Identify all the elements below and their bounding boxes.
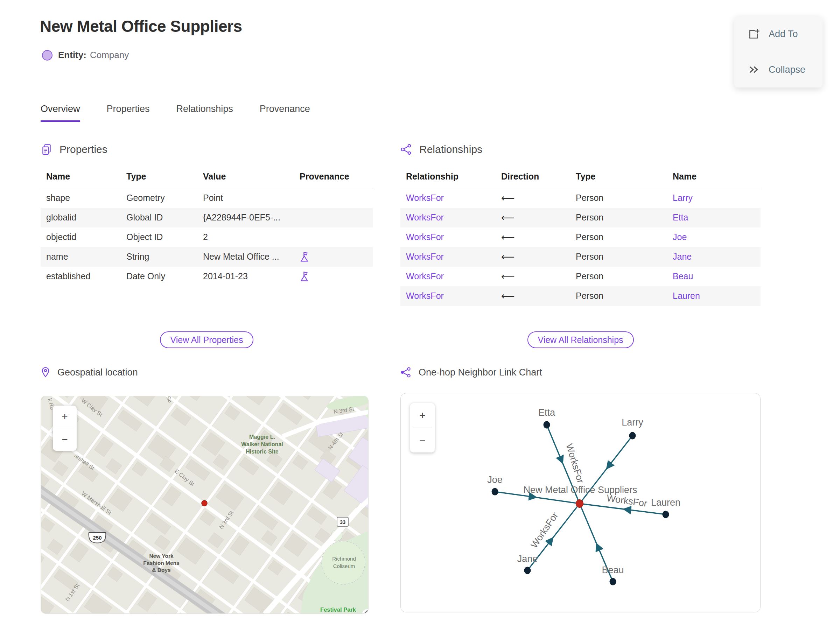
link-chart[interactable]: WorksFor WorksFor WorksFor Etta Larry	[400, 393, 760, 612]
col-header-relationship: Relationship	[400, 167, 496, 188]
route-shield-250: 250	[89, 532, 106, 543]
svg-text:Maggie L.: Maggie L.	[249, 434, 275, 440]
link-chart-section: One-hop Neighbor Link Chart	[400, 367, 760, 615]
svg-text:Coliseum: Coliseum	[333, 563, 355, 569]
svg-text:Beau: Beau	[601, 565, 624, 575]
relationships-section-header: Relationships	[400, 143, 760, 155]
relationship-link[interactable]: WorksFor	[400, 267, 496, 286]
direction-arrow: ⟵	[496, 188, 570, 208]
table-row: established Date Only 2014-01-23	[41, 267, 373, 286]
map[interactable]: 250 33 k Rd W Clay St Sa arshall St W Ma…	[41, 396, 369, 614]
link-chart-canvas: WorksFor WorksFor WorksFor Etta Larry	[401, 393, 760, 612]
prop-type: Global ID	[121, 208, 197, 227]
svg-text:33: 33	[340, 519, 346, 525]
related-entity-link[interactable]: Beau	[667, 267, 760, 286]
relationships-section-title: Relationships	[419, 143, 482, 155]
properties-section-header: Properties	[41, 143, 373, 155]
col-header-name: Name	[667, 167, 760, 188]
svg-text:Etta: Etta	[538, 407, 555, 418]
map-zoom-out-button[interactable]: −	[53, 428, 76, 451]
properties-table: Name Type Value Provenance shape Geometr…	[41, 167, 373, 286]
svg-text:Larry: Larry	[622, 417, 643, 428]
properties-section-title: Properties	[59, 143, 107, 155]
view-all-properties-button[interactable]: View All Properties	[160, 331, 254, 348]
related-entity-link[interactable]: Joe	[667, 227, 760, 247]
chart-zoom-out-button[interactable]: −	[410, 428, 435, 453]
prop-type: Date Only	[121, 267, 197, 286]
table-row: objectid Object ID 2	[41, 227, 373, 247]
table-row: WorksFor ⟵ Person Etta	[400, 208, 760, 227]
prop-value: Point	[197, 188, 294, 208]
direction-arrow: ⟵	[496, 227, 570, 247]
col-header-provenance: Provenance	[294, 167, 373, 188]
relationship-link[interactable]: WorksFor	[400, 188, 496, 208]
properties-section: Properties Name Type Value Provenance sh…	[41, 143, 373, 357]
provenance-flag-icon[interactable]	[294, 247, 373, 267]
table-row: WorksFor ⟵ Person Jane	[400, 247, 760, 267]
relationships-table: Relationship Direction Type Name WorksFo…	[400, 167, 760, 306]
node-center[interactable]	[576, 500, 584, 508]
related-entity-link[interactable]: Jane	[667, 247, 760, 267]
link-chart-section-title: One-hop Neighbor Link Chart	[418, 367, 542, 378]
tab-overview[interactable]: Overview	[41, 103, 80, 122]
node-jane[interactable]	[524, 567, 531, 574]
prop-value: New Metal Office ...	[197, 247, 294, 267]
relationship-link[interactable]: WorksFor	[400, 247, 496, 267]
tab-relationships[interactable]: Relationships	[177, 103, 233, 122]
table-row: WorksFor ⟵ Person Larry	[400, 188, 760, 208]
node-larry[interactable]	[629, 432, 636, 440]
view-all-relationships-button[interactable]: View All Relationships	[527, 331, 633, 348]
route-shield-33: 33	[337, 517, 348, 526]
svg-text:Historic Site: Historic Site	[246, 448, 278, 455]
map-canvas: 250 33 k Rd W Clay St Sa arshall St W Ma…	[41, 396, 369, 614]
related-type: Person	[570, 247, 667, 267]
collapse-label: Collapse	[768, 64, 805, 75]
chart-edge-labels: WorksFor WorksFor WorksFor	[529, 442, 648, 550]
related-entity-link[interactable]: Larry	[667, 188, 760, 208]
prop-value: {A228944F-0EF5-...	[197, 208, 294, 227]
chart-zoom-control: + −	[410, 403, 435, 453]
relationships-icon	[400, 143, 412, 155]
svg-text:250: 250	[93, 535, 102, 540]
table-row: WorksFor ⟵ Person Lauren	[400, 286, 760, 306]
relationships-section: Relationships Relationship Direction Typ…	[400, 143, 760, 357]
svg-text:Lauren: Lauren	[651, 497, 680, 508]
prop-name: established	[41, 267, 121, 286]
svg-text:Festival Park: Festival Park	[320, 606, 356, 613]
properties-icon	[41, 143, 52, 155]
link-chart-section-header: One-hop Neighbor Link Chart	[400, 367, 760, 378]
prop-type: Geometry	[121, 188, 197, 208]
location-marker[interactable]	[202, 501, 207, 506]
node-lauren[interactable]	[663, 511, 669, 518]
node-joe[interactable]	[492, 488, 498, 496]
direction-arrow: ⟵	[496, 208, 570, 227]
geospatial-section-header: Geospatial location	[41, 367, 369, 378]
node-etta[interactable]	[544, 421, 550, 429]
prop-type: String	[121, 247, 197, 267]
add-to-label: Add To	[768, 29, 798, 40]
link-chart-icon	[400, 367, 412, 378]
table-row: globalid Global ID {A228944F-0EF5-...	[41, 208, 373, 227]
map-zoom-control: + −	[53, 405, 76, 451]
map-zoom-in-button[interactable]: +	[53, 405, 76, 428]
entity-details-page: New Metal Office Suppliers Entity: Compa…	[0, 0, 840, 639]
node-beau[interactable]	[610, 578, 616, 585]
relationship-link[interactable]: WorksFor	[400, 208, 496, 227]
tab-properties[interactable]: Properties	[107, 103, 150, 122]
related-entity-link[interactable]: Etta	[667, 208, 760, 227]
svg-text:Fashion Mens: Fashion Mens	[143, 560, 179, 566]
collapse-button[interactable]: Collapse	[747, 63, 822, 76]
col-header-type: Type	[121, 167, 197, 188]
related-type: Person	[570, 286, 667, 306]
add-to-button[interactable]: Add To	[747, 27, 822, 41]
tab-provenance[interactable]: Provenance	[260, 103, 310, 122]
relationship-link[interactable]: WorksFor	[400, 227, 496, 247]
col-header-name: Name	[41, 167, 121, 188]
relationship-link[interactable]: WorksFor	[400, 286, 496, 306]
entity-type-value: Company	[90, 50, 129, 60]
svg-text:& Boys: & Boys	[152, 567, 170, 573]
provenance-flag-icon[interactable]	[294, 267, 373, 286]
prop-name: globalid	[41, 208, 121, 227]
related-entity-link[interactable]: Lauren	[667, 286, 760, 306]
chart-zoom-in-button[interactable]: +	[410, 403, 435, 428]
